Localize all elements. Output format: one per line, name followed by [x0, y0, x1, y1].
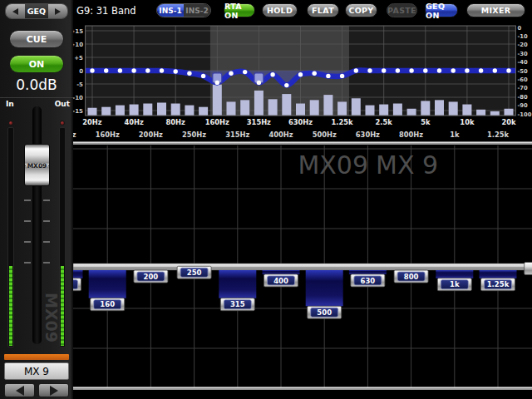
rta-bar [323, 95, 332, 116]
fader-zero-line [73, 264, 532, 270]
eq-band-dot[interactable] [131, 68, 135, 72]
flat-button[interactable]: FLAT [307, 3, 339, 17]
eq-band-dot[interactable] [409, 68, 413, 72]
fader-freq-label: 200Hz [139, 131, 163, 139]
rta-bar [130, 105, 139, 116]
eq-band-dot[interactable] [367, 68, 372, 72]
rta-bar [476, 110, 485, 116]
rta-axis-label: -40 [518, 59, 529, 66]
rta-bar [421, 101, 430, 116]
next-channel-button[interactable] [38, 383, 69, 397]
divider [0, 97, 73, 98]
eq-band-dot[interactable] [506, 68, 510, 72]
eq-band-dot[interactable] [326, 74, 330, 78]
rta-bar [213, 85, 222, 116]
ins2-button[interactable]: INS-2 [184, 4, 210, 17]
geq-fader-fill [89, 270, 126, 298]
eq-band-dot[interactable] [229, 71, 233, 76]
gain-axis-label: 0 [79, 68, 83, 75]
channel-id-watermark: MX09 [298, 150, 368, 180]
copy-button[interactable]: COPY [345, 3, 377, 17]
gain-axis-label: +10 [73, 42, 83, 48]
rta-bar [268, 99, 278, 116]
rta-on-button[interactable]: RTA ON [224, 3, 255, 17]
eq-band-dot[interactable] [313, 71, 317, 76]
freq-axis-label: 20k [501, 118, 516, 126]
geq-fader-label: 630 [361, 277, 376, 285]
rta-axis-label: -80 [518, 94, 529, 101]
eq-band-dot[interactable] [423, 68, 427, 72]
eq-band-dot[interactable] [174, 69, 178, 73]
fader-scale-ticks [24, 200, 31, 266]
geq-response-graph[interactable]: +15+10+50-5-10-150-10-20-30-40-50-60-70-… [73, 21, 532, 141]
eq-band-dot[interactable] [90, 68, 94, 72]
hold-button[interactable]: HOLD [262, 3, 298, 17]
geq-on-button[interactable]: GEQ ON [425, 3, 458, 17]
eq-band-dot[interactable] [451, 68, 456, 72]
rta-bar [254, 91, 264, 116]
channel-name-box[interactable]: MX 9 [4, 362, 69, 380]
eq-band-dot[interactable] [479, 68, 483, 72]
out-clip-led [60, 121, 65, 126]
fader-freq-label: 250Hz [182, 131, 206, 139]
next-geq-button[interactable] [48, 4, 67, 18]
cue-button[interactable]: CUE [9, 30, 64, 48]
eq-band-dot[interactable] [270, 72, 274, 76]
input-meter-level [9, 266, 12, 346]
eq-band-dot[interactable] [187, 71, 191, 76]
eq-band-dot[interactable] [382, 68, 386, 72]
fader-section-top-frame [73, 142, 532, 145]
eq-band-dot[interactable] [284, 83, 288, 87]
fader-freq-label: 630Hz [356, 131, 380, 139]
eq-band-dot[interactable] [465, 68, 469, 72]
freq-axis-label: 10k [460, 118, 475, 126]
geq-fader-label: 400 [273, 277, 288, 285]
geq-fader-label: 1.25k [487, 280, 510, 288]
fader-scale-ticks [43, 200, 50, 266]
geq-fader-bank[interactable]: MX09MX 91251602002503154005006308001k1.2… [73, 141, 532, 399]
rta-bar [101, 107, 111, 116]
geq-fader-label: 800 [404, 273, 419, 281]
rta-bar [296, 104, 305, 116]
fader-freq-label: 160Hz [96, 131, 120, 139]
left-arrow-icon [16, 386, 24, 396]
geq-fader-label: 1k [450, 280, 460, 288]
geq-fader-fill [263, 270, 300, 274]
paste-button[interactable]: PASTE [387, 3, 417, 17]
rta-bar [393, 104, 402, 116]
channel-fader-knob[interactable]: MX09 [24, 144, 50, 186]
eq-band-dot[interactable] [243, 70, 247, 74]
eq-band-dot[interactable] [340, 74, 344, 78]
rta-axis-label: -60 [518, 76, 529, 83]
eq-band-dot[interactable] [118, 68, 122, 72]
rta-axis-label: -30 [518, 51, 529, 57]
prev-channel-button[interactable] [4, 383, 35, 397]
on-button[interactable]: ON [9, 55, 64, 73]
eq-band-dot[interactable] [493, 68, 497, 72]
fader-freq-label: 800Hz [399, 131, 423, 139]
prev-geq-button[interactable] [6, 4, 25, 18]
geq-fader-fill [349, 270, 387, 274]
rta-bar [490, 111, 500, 116]
eq-band-dot[interactable] [145, 68, 150, 72]
eq-band-dot[interactable] [160, 68, 164, 72]
freq-axis-label: 1.25k [332, 118, 353, 126]
eq-band-dot[interactable] [396, 68, 400, 72]
eq-band-dot[interactable] [298, 72, 303, 76]
eq-band-dot[interactable] [257, 81, 261, 85]
rta-bar [379, 105, 388, 116]
right-arrow-icon [55, 8, 61, 15]
ins1-button[interactable]: INS-1 [157, 4, 184, 17]
geq-fader-cap[interactable] [525, 263, 532, 275]
eq-band-dot[interactable] [215, 81, 219, 85]
eq-band-dot[interactable] [201, 74, 205, 78]
rta-bar [199, 107, 208, 116]
rta-bar [462, 105, 471, 116]
eq-band-dot[interactable] [104, 68, 108, 72]
mixer-button[interactable]: MIXER [466, 3, 525, 17]
rta-bar [310, 100, 319, 116]
freq-axis-label: 630Hz [288, 118, 313, 126]
eq-band-dot[interactable] [354, 68, 358, 72]
rta-axis-label: -20 [518, 42, 529, 48]
eq-band-dot[interactable] [437, 68, 441, 72]
